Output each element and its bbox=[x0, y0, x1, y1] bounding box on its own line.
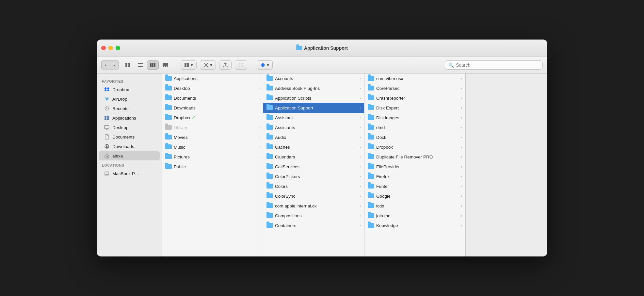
gallery-view-icon bbox=[162, 62, 168, 68]
col2-app-scripts[interactable]: Application Scripts › bbox=[263, 93, 364, 103]
col2-caches[interactable]: Caches › bbox=[263, 142, 364, 152]
item-label: com.viber.osx bbox=[376, 76, 403, 81]
col1-pictures[interactable]: Pictures › bbox=[162, 152, 263, 162]
svg-rect-26 bbox=[105, 125, 109, 129]
sidebar-item-downloads[interactable]: Downloads bbox=[99, 142, 160, 151]
col2-assistants[interactable]: Assistants › bbox=[263, 123, 364, 132]
col1-public[interactable]: Public › bbox=[162, 162, 263, 172]
back-button[interactable]: ‹ bbox=[102, 60, 110, 70]
chevron-icon: › bbox=[360, 214, 361, 218]
sidebar-item-desktop[interactable]: Desktop bbox=[99, 123, 160, 132]
folder-icon bbox=[368, 184, 374, 189]
col3-dock[interactable]: Dock › bbox=[364, 132, 465, 142]
chevron-icon: › bbox=[360, 86, 361, 90]
maximize-button[interactable] bbox=[116, 46, 120, 50]
folder-icon bbox=[266, 174, 273, 179]
chevron-icon: › bbox=[360, 106, 361, 110]
col1-library[interactable]: Library › bbox=[162, 123, 263, 132]
folder-icon bbox=[368, 76, 374, 81]
sidebar-item-dropbox[interactable]: Dropbox bbox=[99, 85, 160, 94]
col3-knowledge[interactable]: Knowledge › bbox=[364, 221, 465, 230]
item-label: Assistant bbox=[275, 115, 293, 120]
col3-coreparsec[interactable]: CoreParsec › bbox=[364, 83, 465, 93]
col2-audio[interactable]: Audio › bbox=[263, 132, 364, 142]
folder-icon bbox=[266, 144, 273, 150]
col2-assistant[interactable]: Assistant › bbox=[263, 113, 364, 123]
col1-dropbox[interactable]: Dropbox ✓ › bbox=[162, 113, 263, 123]
item-label: CallServices bbox=[275, 164, 299, 169]
col3-dropbox[interactable]: Dropbox › bbox=[364, 142, 465, 152]
col1-applications[interactable]: Applications › bbox=[162, 74, 263, 83]
col3-disk-expert[interactable]: Disk Expert › bbox=[364, 103, 465, 113]
sidebar-item-home[interactable]: alexa bbox=[99, 151, 160, 160]
col2-calendars[interactable]: Calendars › bbox=[263, 152, 364, 162]
sidebar-item-airdrop[interactable]: AirDrop bbox=[99, 94, 160, 104]
icon-view-button[interactable] bbox=[122, 60, 134, 70]
list-view-button[interactable] bbox=[135, 60, 146, 70]
folder-icon bbox=[266, 115, 273, 120]
folder-icon bbox=[266, 125, 273, 130]
svg-rect-28 bbox=[105, 172, 109, 174]
sidebar-item-macbook[interactable]: MacBook P… bbox=[99, 169, 160, 178]
column-view-icon bbox=[150, 62, 156, 68]
chevron-icon: › bbox=[461, 86, 462, 90]
action-button[interactable]: ▾ bbox=[200, 60, 216, 70]
col2-colorsync[interactable]: ColorSync › bbox=[263, 191, 364, 201]
column-view-button[interactable] bbox=[147, 60, 159, 70]
sidebar-item-label: Downloads bbox=[112, 144, 134, 149]
chevron-icon: › bbox=[461, 76, 462, 80]
item-label: Firefox bbox=[376, 174, 390, 179]
chevron-icon: › bbox=[360, 116, 361, 120]
chevron-icon: › bbox=[360, 184, 361, 188]
svg-rect-2 bbox=[125, 65, 127, 67]
folder-icon bbox=[368, 86, 374, 91]
tag-button[interactable] bbox=[235, 60, 247, 70]
folder-icon bbox=[266, 95, 273, 101]
item-label: Application Scripts bbox=[275, 96, 311, 101]
col2-callservices[interactable]: CallServices › bbox=[263, 162, 364, 172]
col1-documents[interactable]: Documents › bbox=[162, 93, 263, 103]
window-title: Application Support bbox=[296, 45, 348, 51]
gallery-view-button[interactable] bbox=[159, 60, 171, 70]
close-button[interactable] bbox=[101, 46, 106, 50]
col3-duplicate-file[interactable]: Duplicate File Remover PRO › bbox=[364, 152, 465, 162]
macbook-icon bbox=[104, 171, 110, 176]
chevron-icon: › bbox=[360, 125, 361, 129]
col3-viber[interactable]: com.viber.osx › bbox=[364, 74, 465, 83]
group-button[interactable]: ▾ bbox=[181, 60, 197, 70]
sidebar-item-documents[interactable]: Documents bbox=[99, 132, 160, 141]
svg-rect-11 bbox=[163, 66, 164, 67]
col3-crashreporter[interactable]: CrashReporter › bbox=[364, 93, 465, 103]
col2-accounts[interactable]: Accounts › bbox=[263, 74, 364, 83]
col2-address-book[interactable]: Address Book Plug-Ins › bbox=[263, 83, 364, 93]
col1-downloads[interactable]: Downloads › bbox=[162, 103, 263, 113]
col3-google[interactable]: Google › bbox=[364, 191, 465, 201]
share-button[interactable] bbox=[219, 60, 232, 70]
col3-joinme[interactable]: join.me › bbox=[364, 211, 465, 221]
chevron-icon: › bbox=[461, 116, 462, 120]
sidebar-item-applications[interactable]: Applications bbox=[99, 113, 160, 123]
col3-diskimages[interactable]: DiskImages › bbox=[364, 113, 465, 123]
svg-rect-13 bbox=[167, 66, 168, 67]
col2-com-apple[interactable]: com.apple.internal.ck › bbox=[263, 201, 364, 211]
col1-desktop[interactable]: Desktop › bbox=[162, 83, 263, 93]
col3-funter[interactable]: Funter › bbox=[364, 181, 465, 191]
col3-icdd[interactable]: icdd › bbox=[364, 201, 465, 211]
sidebar-item-recents[interactable]: Recents bbox=[99, 104, 160, 113]
search-input[interactable] bbox=[456, 62, 539, 68]
col1-movies[interactable]: Movies › bbox=[162, 132, 263, 142]
col2-app-support[interactable]: Application Support › bbox=[263, 103, 364, 113]
col2-colorpickers[interactable]: ColorPickers › bbox=[263, 172, 364, 181]
col2-containers[interactable]: Containers › bbox=[263, 221, 364, 230]
forward-button[interactable]: › bbox=[110, 60, 118, 70]
col2-colors[interactable]: Colors › bbox=[263, 181, 364, 191]
search-bar[interactable]: 🔍 bbox=[445, 60, 543, 70]
col3-fileprovider[interactable]: FileProvider › bbox=[364, 162, 465, 172]
col2-compositions[interactable]: Compositions › bbox=[263, 211, 364, 221]
dropbox-button[interactable]: ▾ bbox=[257, 60, 273, 70]
col3-firefox[interactable]: Firefox › bbox=[364, 172, 465, 181]
col1-music[interactable]: Music › bbox=[162, 142, 263, 152]
svg-rect-10 bbox=[163, 63, 168, 66]
col3-dmd[interactable]: dmd › bbox=[364, 123, 465, 132]
minimize-button[interactable] bbox=[108, 46, 113, 50]
